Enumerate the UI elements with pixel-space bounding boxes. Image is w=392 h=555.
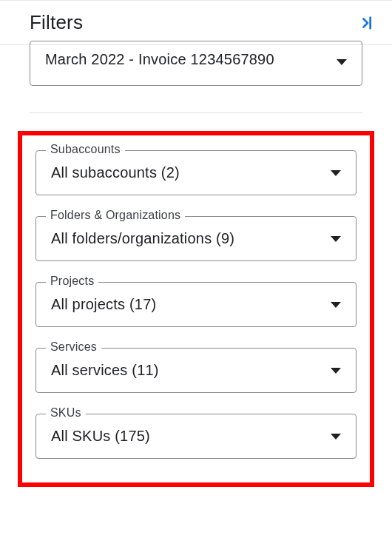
subaccounts-field: Subaccounts All subaccounts (2) [36, 150, 356, 195]
services-field: Services All services (11) [36, 348, 356, 393]
skus-label: SKUs [46, 406, 86, 420]
page-title: Filters [30, 11, 83, 34]
filters-content: March 2022 - Invoice 1234567890 Subaccou… [0, 45, 392, 487]
caret-down-icon [331, 302, 341, 308]
caret-down-icon [331, 170, 341, 176]
skus-field: SKUs All SKUs (175) [36, 414, 356, 459]
invoice-value: March 2022 - Invoice 1234567890 [45, 51, 274, 68]
caret-down-icon [331, 368, 341, 374]
caret-down-icon [337, 59, 347, 65]
subaccounts-dropdown[interactable]: All subaccounts (2) [36, 150, 356, 195]
projects-field: Projects All projects (17) [36, 282, 356, 327]
subaccounts-label: Subaccounts [46, 143, 125, 156]
folders-orgs-value: All folders/organizations (9) [51, 230, 234, 247]
collapse-panel-icon[interactable] [359, 15, 376, 31]
subaccounts-value: All subaccounts (2) [51, 164, 180, 181]
section-divider [30, 112, 362, 113]
folders-orgs-label: Folders & Organizations [46, 209, 185, 222]
projects-dropdown[interactable]: All projects (17) [36, 282, 356, 327]
folders-orgs-dropdown[interactable]: All folders/organizations (9) [36, 216, 356, 261]
projects-label: Projects [46, 275, 98, 288]
services-value: All services (11) [51, 362, 159, 379]
skus-dropdown[interactable]: All SKUs (175) [36, 414, 356, 459]
services-label: Services [46, 340, 101, 354]
folders-orgs-field: Folders & Organizations All folders/orga… [36, 216, 356, 261]
caret-down-icon [331, 236, 341, 242]
caret-down-icon [331, 434, 341, 440]
services-dropdown[interactable]: All services (11) [36, 348, 356, 393]
invoice-dropdown[interactable]: March 2022 - Invoice 1234567890 [30, 41, 362, 86]
projects-value: All projects (17) [51, 296, 156, 313]
filters-header: Filters [0, 0, 392, 45]
skus-value: All SKUs (175) [51, 428, 150, 445]
highlighted-filters-group: Subaccounts All subaccounts (2) Folders … [18, 131, 374, 487]
